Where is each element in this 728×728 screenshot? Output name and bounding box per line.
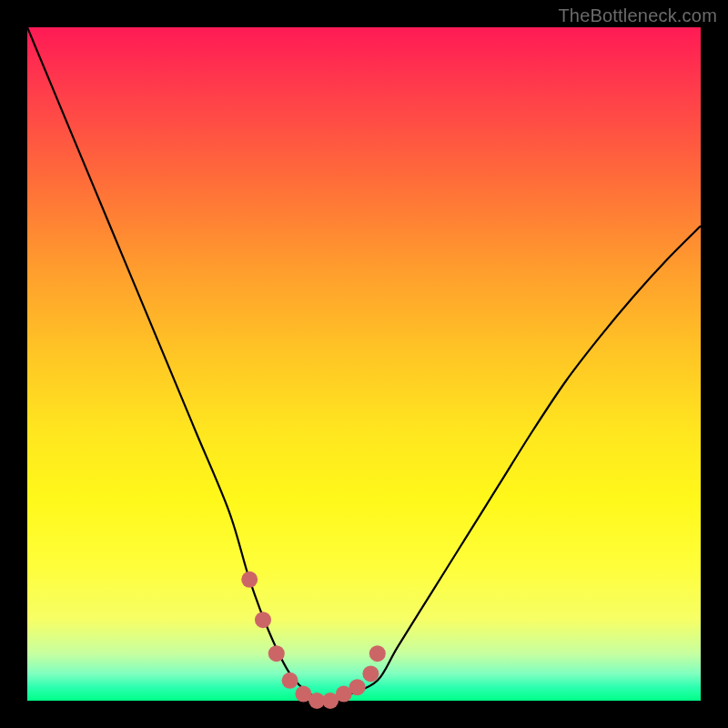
watermark-text: TheBottleneck.com <box>558 5 717 26</box>
optimal-marker <box>268 645 285 662</box>
optimal-marker <box>282 672 298 689</box>
plot-area <box>27 27 701 701</box>
curve-path <box>27 27 701 701</box>
optimal-marker <box>349 679 366 695</box>
curve-svg <box>27 27 701 701</box>
optimal-range-markers <box>241 571 386 709</box>
chart-frame: TheBottleneck.com <box>0 0 728 728</box>
optimal-marker <box>369 645 386 662</box>
optimal-marker <box>362 665 379 682</box>
optimal-marker <box>241 571 258 588</box>
bottleneck-curve <box>27 27 701 701</box>
optimal-marker <box>255 612 271 628</box>
